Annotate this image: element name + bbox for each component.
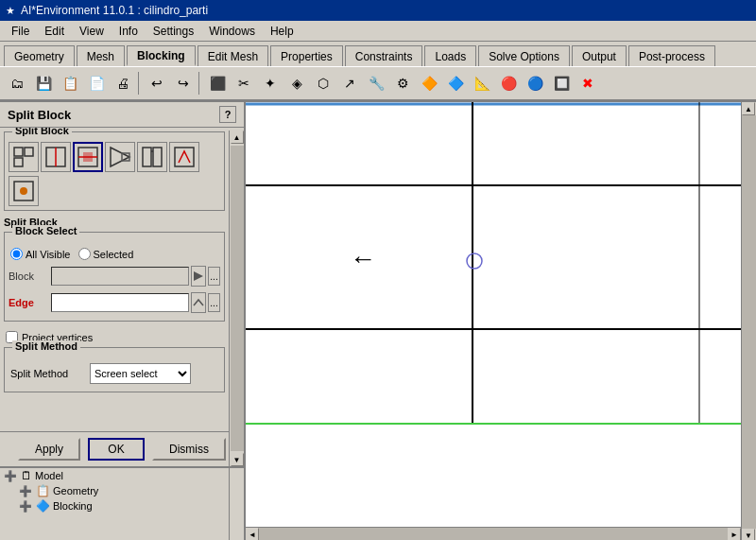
split-block-group: Split Block bbox=[4, 131, 225, 211]
edge-select-btn[interactable] bbox=[191, 292, 206, 313]
apply-button[interactable]: Apply bbox=[18, 438, 80, 461]
tree-expand-geometry: ➕ bbox=[19, 485, 32, 497]
tab-mesh[interactable]: Mesh bbox=[77, 45, 125, 66]
split-icon-4[interactable] bbox=[105, 142, 135, 172]
button-bar: Apply OK Dismiss bbox=[0, 431, 244, 466]
edge-dots-btn[interactable]: ... bbox=[208, 293, 220, 312]
menu-item-settings[interactable]: Settings bbox=[146, 23, 201, 40]
toolbar-undo[interactable]: ↩ bbox=[145, 71, 169, 96]
blocking-icon-13[interactable]: 🔵 bbox=[523, 71, 547, 96]
blocking-icon-14[interactable]: 🔲 bbox=[549, 71, 574, 96]
blocking-icon-11[interactable]: 📐 bbox=[470, 71, 494, 96]
canvas-right-scrollbar[interactable]: ▲ ▼ bbox=[741, 102, 756, 540]
radio-all-visible[interactable]: All Visible bbox=[10, 248, 71, 260]
toolbar-btn-4[interactable]: 📄 bbox=[84, 71, 109, 96]
menu-item-windows[interactable]: Windows bbox=[201, 23, 263, 40]
panel-help-icon[interactable]: ? bbox=[219, 106, 236, 123]
canvas-bottom-scrollbar[interactable]: ◄ ► bbox=[246, 527, 741, 540]
edge-input[interactable] bbox=[51, 293, 189, 312]
blocking-icon-10[interactable]: 🔷 bbox=[443, 71, 468, 96]
canvas-area[interactable]: ← ▲ ▼ ◄ ► bbox=[246, 102, 756, 540]
radio-all-visible-input[interactable] bbox=[10, 248, 23, 260]
tree-icon-geometry: 📋 bbox=[36, 484, 50, 497]
scrollbar-track bbox=[231, 146, 244, 451]
tab-edit-mesh[interactable]: Edit Mesh bbox=[198, 45, 268, 66]
blocking-icon-8[interactable]: ⚙ bbox=[390, 71, 415, 96]
panel-title-label: Split Block bbox=[8, 108, 71, 122]
tree-item-model[interactable]: ➕ 🗒 Model bbox=[0, 468, 229, 483]
blocking-icon-2[interactable]: ✂ bbox=[232, 71, 256, 96]
split-icon-5[interactable] bbox=[137, 142, 167, 172]
scrollbar-up[interactable]: ▲ bbox=[231, 131, 244, 144]
toolbar-area: GeometryMeshBlockingEdit MeshPropertiesC… bbox=[0, 42, 756, 102]
split-icon-6[interactable] bbox=[169, 142, 199, 172]
tab-blocking[interactable]: Blocking bbox=[127, 45, 196, 66]
panel-scroll[interactable]: Split Block bbox=[0, 128, 244, 431]
block-input[interactable] bbox=[51, 267, 189, 286]
tab-properties[interactable]: Properties bbox=[270, 45, 343, 66]
canvas-scrollbar-left[interactable]: ◄ bbox=[246, 528, 259, 540]
menu-item-view[interactable]: View bbox=[72, 23, 112, 40]
blocking-icon-6[interactable]: ↗ bbox=[337, 71, 362, 96]
split-icon-7[interactable] bbox=[9, 176, 39, 206]
tree-scrollbar[interactable] bbox=[229, 468, 244, 540]
block-select-btn[interactable] bbox=[191, 266, 206, 287]
tab-output[interactable]: Output bbox=[572, 45, 627, 66]
toolbar-btn-1[interactable]: 🗂 bbox=[5, 71, 29, 96]
split-block-group-title: Split Block bbox=[12, 128, 72, 136]
tree-scroll: ➕ 🗒 Model ➕ 📋 Geometry ➕ 🔷 Blocking bbox=[0, 468, 229, 540]
tab-solve-options[interactable]: Solve Options bbox=[478, 45, 570, 66]
blocking-icon-9[interactable]: 🔶 bbox=[417, 71, 441, 96]
toolbar-redo[interactable]: ↪ bbox=[171, 71, 196, 96]
tree-item-blocking[interactable]: ➕ 🔷 Blocking bbox=[15, 498, 229, 514]
blocking-icon-1[interactable]: ⬛ bbox=[205, 71, 230, 96]
menu-item-edit[interactable]: Edit bbox=[37, 23, 72, 40]
blocking-icon-7[interactable]: 🔧 bbox=[364, 71, 388, 96]
tree-label-blocking: Blocking bbox=[53, 500, 93, 512]
split-icon-1[interactable] bbox=[9, 142, 39, 172]
canvas-scrollbar-up[interactable]: ▲ bbox=[742, 102, 755, 115]
tab-constraints[interactable]: Constraints bbox=[345, 45, 423, 66]
tab-geometry[interactable]: Geometry bbox=[4, 45, 75, 66]
blocking-icon-4[interactable]: ◈ bbox=[284, 71, 309, 96]
svg-rect-1 bbox=[25, 148, 33, 156]
split-icon-3[interactable] bbox=[73, 142, 103, 172]
radio-selected[interactable]: Selected bbox=[78, 248, 134, 260]
dismiss-button[interactable]: Dismiss bbox=[152, 438, 226, 461]
window-title: AI*Environment 11.0.1 : cilindro_parti bbox=[21, 4, 208, 17]
panel-scrollbar[interactable]: ▲ ▼ bbox=[229, 131, 244, 466]
ok-button[interactable]: OK bbox=[88, 438, 145, 461]
tab-post-process[interactable]: Post-process bbox=[628, 45, 715, 66]
svg-rect-10 bbox=[143, 148, 151, 166]
menu-item-help[interactable]: Help bbox=[263, 23, 301, 40]
app-icon: ★ bbox=[6, 5, 15, 17]
tree-label-model: Model bbox=[35, 470, 63, 481]
scrollbar-down[interactable]: ▼ bbox=[231, 453, 244, 466]
blocking-icon-3[interactable]: ✦ bbox=[258, 71, 283, 96]
blocking-icon-5[interactable]: ⬡ bbox=[311, 71, 335, 96]
menu-bar: FileEditViewInfoSettingsWindowsHelp bbox=[0, 21, 756, 42]
tree-item-geometry[interactable]: ➕ 📋 Geometry bbox=[15, 483, 229, 498]
tab-bar: GeometryMeshBlockingEdit MeshPropertiesC… bbox=[0, 42, 756, 66]
menu-item-file[interactable]: File bbox=[4, 23, 37, 40]
svg-rect-0 bbox=[14, 148, 23, 156]
toolbar-btn-5[interactable]: 🖨 bbox=[111, 71, 135, 96]
toolbar-btn-2[interactable]: 💾 bbox=[31, 71, 56, 96]
block-select-group: Block Select All Visible Selected Block bbox=[4, 232, 225, 322]
block-label: Block bbox=[9, 270, 51, 282]
split-method-select[interactable]: Screen select Prescribed point Edge into… bbox=[90, 363, 191, 384]
canvas-scrollbar-right[interactable]: ► bbox=[728, 528, 741, 540]
split-icon-2[interactable] bbox=[41, 142, 71, 172]
icon-toolbar: 🗂 💾 📋 📄 🖨 ↩ ↪ ⬛ ✂ ✦ ◈ ⬡ ↗ 🔧 ⚙ 🔶 🔷 📐 🔴 🔵 … bbox=[0, 66, 756, 100]
icon-grid bbox=[9, 136, 220, 172]
canvas-scrollbar-down[interactable]: ▼ bbox=[742, 529, 755, 540]
radio-selected-input[interactable] bbox=[78, 248, 91, 260]
tab-loads[interactable]: Loads bbox=[424, 45, 476, 66]
blocking-icon-15[interactable]: ✖ bbox=[576, 71, 600, 96]
separator-1 bbox=[138, 72, 142, 95]
menu-item-info[interactable]: Info bbox=[112, 23, 146, 40]
blocking-icon-12[interactable]: 🔴 bbox=[496, 71, 521, 96]
block-dots-btn[interactable]: ... bbox=[208, 267, 220, 286]
toolbar-btn-3[interactable]: 📋 bbox=[58, 71, 82, 96]
edge-field-row: Edge ... bbox=[9, 290, 220, 313]
